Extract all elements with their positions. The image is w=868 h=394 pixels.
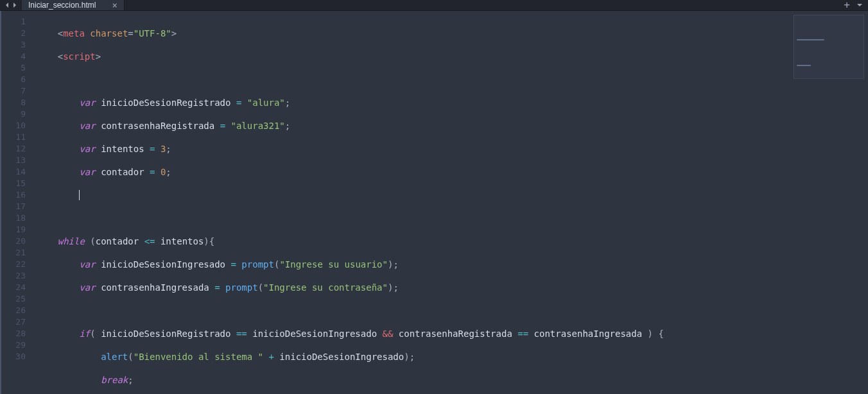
tab-nav-arrows [0,0,22,10]
line-number: 13 [5,155,26,166]
tab-menu-icon[interactable] [856,0,863,10]
line-number: 25 [5,293,26,305]
line-number: 9 [5,108,26,120]
line-number: 18 [5,212,26,224]
text-cursor [79,190,80,200]
line-number: 3 [5,39,26,51]
nav-back-icon[interactable] [4,0,10,10]
line-number: 11 [5,132,26,143]
line-number: 10 [5,120,26,132]
line-number: 23 [5,270,26,282]
code-line: while (contador <= intentos){ [36,236,868,247]
tab-title: Iniciar_seccion.html [28,1,96,10]
line-number: 27 [5,316,26,328]
code-line: var contador = 0; [36,166,868,178]
line-number: 22 [5,259,26,270]
line-number: 15 [5,178,26,189]
line-number: 8 [5,97,26,108]
line-number: 21 [5,247,26,259]
code-line: var contrasenhaRegistrada = "alura321"; [36,120,868,132]
line-number: 2 [5,28,26,39]
line-number: 12 [5,143,26,155]
line-number: 30 [5,351,26,363]
code-line: var inicioDeSesionRegistrado = "alura"; [36,97,868,108]
line-number: 17 [5,201,26,212]
tab-active[interactable]: Iniciar_seccion.html × [22,0,125,10]
line-number: 7 [5,85,26,97]
code-line: <meta charset="UTF-8"> [36,28,868,39]
code-line: if( inicioDeSesionRegistrado == inicioDe… [36,328,868,339]
code-line [36,74,868,85]
nav-forward-icon[interactable] [12,0,18,10]
fold-strip [0,11,5,394]
code-line [36,305,868,316]
line-number: 16 [5,189,26,201]
line-number: 28 [5,328,26,339]
line-number: 19 [5,224,26,236]
code-area[interactable]: <meta charset="UTF-8"> <script> var inic… [31,11,868,394]
code-line: alert("Bienvenido al sistema " + inicioD… [36,351,868,363]
line-number: 4 [5,51,26,62]
line-number: 14 [5,166,26,178]
code-line: var intentos = 3; [36,143,868,155]
line-number: 26 [5,305,26,316]
line-number: 5 [5,62,26,74]
new-tab-icon[interactable]: + [844,0,850,10]
line-number: 24 [5,282,26,293]
line-number: 29 [5,339,26,351]
minimap[interactable] [794,15,864,79]
app-root: Iniciar_seccion.html × + 123456789101112… [0,0,868,394]
code-line [36,212,868,224]
line-gutter: 1234567891011121314151617181920212223242… [5,11,31,394]
line-number: 1 [5,16,26,28]
tabbar-right: + [838,0,868,10]
editor: 1234567891011121314151617181920212223242… [0,11,868,394]
tabbar-spacer [125,0,838,10]
code-line [36,189,868,201]
close-icon[interactable]: × [112,1,117,10]
code-line: var inicioDeSesionIngresado = prompt("In… [36,259,868,270]
code-line: var contrasenhaIngresada = prompt("Ingre… [36,282,868,293]
code-line: break; [36,374,868,386]
code-line: <script> [36,51,868,62]
line-number: 6 [5,74,26,85]
line-number: 20 [5,236,26,247]
tab-bar: Iniciar_seccion.html × + [0,0,868,11]
